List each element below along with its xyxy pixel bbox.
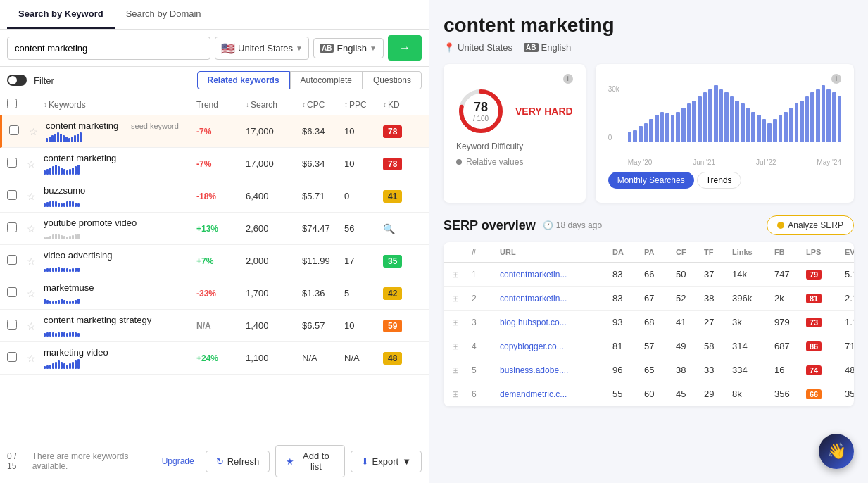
serp-ev: 2.1k — [845, 293, 854, 303]
expand-icon[interactable]: ⊞ — [452, 365, 459, 375]
serp-fb: 747 — [774, 269, 806, 280]
table-row[interactable]: ☆ buzzsumo -18% 6,400 $5.71 0 41 — [0, 180, 429, 213]
star-icon[interactable]: ☆ — [27, 353, 36, 364]
tab-questions[interactable]: Questions — [363, 71, 422, 89]
language-select[interactable]: AB English ▼ — [313, 38, 384, 58]
refresh-button[interactable]: ↻ Refresh — [206, 451, 270, 472]
chart-bar — [655, 115, 659, 142]
serp-url[interactable]: business.adobe.... — [500, 365, 612, 375]
kd-badge: 78 — [383, 158, 402, 170]
star-icon[interactable]: ☆ — [27, 158, 36, 170]
tab-search-by-domain[interactable]: Search by Domain — [115, 0, 213, 29]
star-icon[interactable]: ☆ — [27, 320, 36, 332]
export-button[interactable]: ⬇ Export ▼ — [351, 451, 422, 472]
row-checkbox[interactable] — [7, 222, 17, 232]
serp-url[interactable]: contentmarketin... — [500, 294, 612, 303]
select-all-checkbox[interactable] — [7, 99, 17, 108]
trend-mini-chart — [44, 262, 196, 272]
table-row[interactable]: ☆ content marketing strategy N/A 1,400 $… — [0, 310, 429, 342]
table-row[interactable]: ☆ video advertising +7% 2,000 $11.99 17 … — [0, 245, 429, 277]
star-icon[interactable]: ☆ — [27, 288, 36, 299]
star-icon[interactable]: ☆ — [27, 191, 36, 202]
kd-card: i 78 / 100 VERY HARD — [444, 64, 586, 203]
expand-icon[interactable]: ⊞ — [452, 318, 459, 327]
analyze-serp-button[interactable]: Analyze SERP — [767, 215, 854, 235]
export-icon: ⬇ — [361, 456, 369, 467]
serp-da: 83 — [612, 293, 644, 303]
serp-rank: 5 — [472, 365, 500, 375]
kd-info-icon[interactable]: i — [563, 74, 573, 84]
chart-bar — [708, 89, 712, 142]
table-row[interactable]: ☆ content marketing -7% 17,000 $6.34 10 … — [0, 148, 429, 180]
keyword-text: content marketing strategy — [44, 315, 196, 325]
row-checkbox[interactable] — [7, 190, 17, 200]
serp-links: 8k — [732, 389, 774, 399]
serp-url[interactable]: blog.hubspot.co... — [500, 318, 612, 327]
header-cpc[interactable]: ↕CPC — [302, 100, 344, 110]
chart-bar — [671, 115, 675, 142]
serp-rank: 6 — [472, 389, 500, 399]
table-row[interactable]: ☆ marketing video +24% 1,100 N/A N/A 48 — [0, 342, 429, 375]
serp-row[interactable]: ⊞ 2 contentmarketin... 83 67 52 38 396k … — [444, 287, 854, 310]
chart-bar — [838, 96, 842, 142]
filter-toggle[interactable] — [7, 75, 27, 86]
table-row[interactable]: ☆ marketmuse -33% 1,700 $1.36 5 42 — [0, 277, 429, 310]
tab-autocomplete[interactable]: Autocomplete — [290, 71, 363, 89]
expand-icon[interactable]: ⊞ — [452, 389, 459, 399]
header-check[interactable] — [7, 99, 27, 111]
row-checkbox[interactable] — [7, 158, 17, 168]
header-keywords[interactable]: ↕Keywords — [44, 100, 196, 110]
serp-row[interactable]: ⊞ 4 copyblogger.co... 81 57 49 58 314 68… — [444, 334, 854, 358]
country-select[interactable]: 🇺🇸 United States ▼ — [215, 37, 309, 60]
serp-row[interactable]: ⊞ 5 business.adobe.... 96 65 38 33 334 1… — [444, 358, 854, 382]
chat-float-button[interactable]: 👋 — [819, 434, 854, 469]
kd-badge: 78 — [383, 125, 402, 138]
serp-row[interactable]: ⊞ 3 blog.hubspot.co... 93 68 41 27 3k 97… — [444, 310, 854, 334]
trends-tab[interactable]: Trends — [697, 172, 741, 189]
serp-rank: 3 — [472, 318, 500, 327]
chart-bar — [746, 108, 750, 142]
header-ppc[interactable]: ↕PPC — [344, 100, 383, 110]
row-checkbox[interactable] — [9, 125, 19, 135]
add-to-list-button[interactable]: ★ Add to list — [275, 445, 344, 477]
search-volume: 6,400 — [246, 191, 302, 201]
serp-lps-badge: 86 — [806, 341, 822, 351]
header-search[interactable]: ↓Search — [246, 100, 302, 110]
bottom-action-bar: 0 / 15 There are more keywords available… — [0, 439, 429, 483]
table-row[interactable]: ☆ youtube promote video +13% 2,600 $74.4… — [0, 213, 429, 245]
star-icon[interactable]: ☆ — [29, 126, 38, 137]
serp-pa: 68 — [644, 317, 676, 327]
chart-info-icon[interactable]: i — [831, 74, 841, 84]
monthly-searches-tab[interactable]: Monthly Searches — [608, 172, 694, 189]
expand-icon[interactable]: ⊞ — [452, 341, 459, 351]
header-trend[interactable]: Trend — [196, 100, 246, 110]
expand-icon[interactable]: ⊞ — [452, 270, 459, 280]
header-kd[interactable]: ↕KD — [383, 100, 422, 110]
serp-url[interactable]: demandmetric.c... — [500, 389, 612, 399]
tab-related-keywords[interactable]: Related keywords — [197, 71, 290, 89]
trend-mini-chart — [44, 230, 196, 239]
lang-chevron-icon: ▼ — [370, 44, 377, 52]
kd-ring: 78 / 100 — [456, 87, 505, 136]
kd-details: VERY HARD — [515, 106, 573, 117]
serp-url[interactable]: contentmarketin... — [500, 270, 612, 280]
row-checkbox[interactable] — [7, 287, 17, 297]
row-checkbox[interactable] — [7, 255, 17, 265]
star-icon[interactable]: ☆ — [27, 256, 36, 267]
serp-row[interactable]: ⊞ 6 demandmetric.c... 55 60 45 29 8k 356… — [444, 382, 854, 406]
search-go-button[interactable]: → — [388, 35, 422, 61]
serp-lps-badge: 66 — [806, 389, 822, 399]
chart-bar — [832, 92, 836, 142]
upgrade-link[interactable]: Upgrade — [162, 456, 194, 466]
row-checkbox[interactable] — [7, 320, 17, 330]
star-icon[interactable]: ☆ — [27, 223, 36, 234]
serp-row[interactable]: ⊞ 1 contentmarketin... 83 66 50 37 14k 7… — [444, 263, 854, 287]
keyword-search-input[interactable] — [7, 37, 210, 60]
expand-icon[interactable]: ⊞ — [452, 294, 459, 303]
chart-bar — [703, 92, 707, 142]
table-row[interactable]: ☆ content marketing — seed keyword -7% 1… — [0, 115, 429, 148]
serp-rank: 1 — [472, 270, 500, 280]
tab-search-by-keyword[interactable]: Search by Keyword — [7, 0, 115, 29]
row-checkbox[interactable] — [7, 352, 17, 362]
serp-url[interactable]: copyblogger.co... — [500, 341, 612, 351]
